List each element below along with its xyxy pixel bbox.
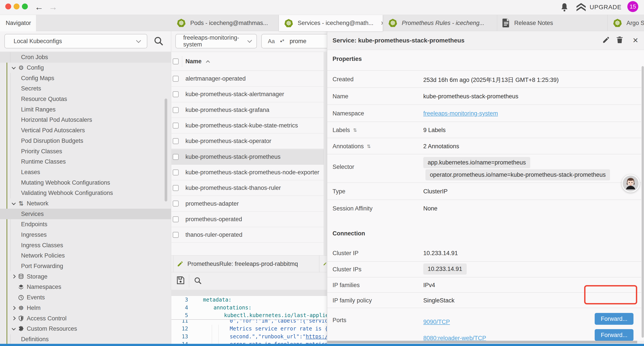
panel-horizontal-scrollbar[interactable] — [327, 341, 644, 343]
table-row[interactable]: alertmanager-operated — [172, 71, 327, 86]
select-all-checkbox[interactable] — [173, 58, 179, 64]
sidebar-group-helm[interactable]: ☸ Helm — [0, 303, 171, 313]
tab-prometheus-rules-preview[interactable]: Prometheus Rules - icecheng... — [383, 15, 497, 31]
user-avatar[interactable] — [622, 175, 640, 193]
edit-pencil-icon[interactable] — [602, 36, 611, 45]
sidebar-item-secrets[interactable]: Secrets — [0, 83, 171, 94]
traffic-light-minimize-button[interactable] — [14, 3, 20, 9]
notifications-bell-icon[interactable] — [560, 3, 568, 12]
row-checkbox[interactable] — [173, 107, 179, 113]
sidebar-item-namespaces[interactable]: Namespaces — [0, 282, 171, 292]
sidebar-item-horizontal-pod-autoscalers[interactable]: Horizontal Pod Autoscalers — [0, 115, 171, 125]
row-checkbox[interactable] — [173, 185, 179, 191]
upgrade-button[interactable]: UPGRADE — [576, 3, 622, 11]
property-row-annotations: Annotations⇅ 2 Annotations — [327, 138, 641, 154]
forward-button[interactable]: → — [49, 2, 58, 12]
list-search-box[interactable]: Aa ▪* — [261, 34, 327, 48]
tab-argo[interactable]: Argo Se — [608, 15, 644, 31]
row-checkbox[interactable] — [173, 138, 179, 144]
sidebar-group-network[interactable]: ⇅ Network — [0, 198, 171, 209]
sidebar-search-icon[interactable] — [154, 36, 164, 46]
table-row[interactable]: prometheus-operated — [172, 212, 327, 227]
table-row[interactable]: kube-prometheus-stack-grafana — [172, 102, 327, 118]
sort-toggle-icon[interactable]: ⇅ — [367, 144, 371, 149]
sidebar-item-definitions[interactable]: Definitions — [0, 334, 171, 345]
match-case-toggle[interactable]: Aa — [268, 38, 275, 45]
kubernetes-icon — [388, 18, 398, 27]
column-header-name[interactable]: Name — [186, 52, 209, 71]
kubeconfig-select[interactable]: Local Kubeconfigs — [4, 34, 147, 48]
sidebar-item-priority-classes[interactable]: Priority Classes — [0, 146, 171, 157]
sidebar-group-storage[interactable]: Storage — [0, 271, 171, 282]
traffic-light-close-button[interactable] — [5, 3, 11, 9]
sidebar-item-mutating-webhook-configurations[interactable]: Mutating Webhook Configurations — [0, 177, 171, 188]
namespace-select[interactable]: freeleaps-monitoring-system — [175, 34, 257, 48]
table-row[interactable]: kube-prometheus-stack-thanos-ruler — [172, 180, 327, 196]
sidebar-scrollbar[interactable] — [164, 98, 167, 201]
table-row[interactable]: kube-prometheus-stack-prometheus-node-ex… — [172, 165, 327, 180]
row-checkbox[interactable] — [173, 76, 179, 82]
sidebar-item-resource-quotas[interactable]: Resource Quotas — [0, 94, 171, 104]
row-checkbox[interactable] — [173, 232, 179, 238]
table-row[interactable]: kube-prometheus-stack-kube-state-metrics — [172, 118, 327, 133]
forward-button-8080[interactable]: Forward... — [595, 329, 634, 341]
panel-vertical-scrollbar[interactable] — [642, 66, 644, 338]
sidebar-group-custom-resources[interactable]: Custom Resources — [0, 324, 171, 334]
search-input[interactable] — [290, 38, 320, 45]
table-row[interactable]: kube-prometheus-stack-operator — [172, 133, 327, 149]
runbook-url-link[interactable]: https://netd — [306, 334, 327, 340]
sidebar-item-ingress-classes[interactable]: Ingress Classes — [0, 240, 171, 251]
save-button[interactable] — [176, 276, 185, 285]
sidebar-item-cron-jobs[interactable]: Cron Jobs — [0, 52, 171, 63]
dock-tab-prometheusrule[interactable]: PrometheusRule: freeleaps-prod-rabbitmq — [173, 256, 319, 272]
sidebar-item-ingresses[interactable]: Ingresses — [0, 230, 171, 240]
sort-ascending-icon — [206, 60, 210, 64]
sidebar-item-endpoints[interactable]: Endpoints — [0, 219, 171, 230]
tab-pods[interactable]: Pods - icecheng@mathmas... — [172, 15, 279, 31]
table-row-selected[interactable]: kube-prometheus-stack-prometheus — [172, 149, 327, 165]
sidebar-item-runtime-classes[interactable]: Runtime Classes — [0, 157, 171, 167]
dock-tab-bar: PrometheusRule: freeleaps-prod-rabbitmq — [172, 256, 327, 272]
namespace-link[interactable]: freeleaps-monitoring-system — [423, 110, 498, 117]
row-checkbox[interactable] — [173, 123, 179, 129]
sidebar-item-network-policies[interactable]: Network Policies — [0, 251, 171, 261]
yaml-editor[interactable]: 3metadata: 4annotations: 5kubectl.kubern… — [172, 296, 327, 346]
chevron-down-icon — [12, 201, 16, 205]
table-row[interactable]: prometheus-adapter — [172, 196, 327, 211]
row-checkbox[interactable] — [173, 169, 179, 175]
upgrade-chevrons-icon — [576, 3, 586, 11]
row-checkbox[interactable] — [173, 91, 179, 97]
tab-close-icon[interactable]: × — [381, 19, 383, 27]
tab-services-active[interactable]: Services - icecheng@math... × — [279, 15, 383, 31]
sidebar-item-events[interactable]: Events — [0, 292, 171, 303]
sidebar-item-vertical-pod-autoscalers[interactable]: Vertical Pod Autoscalers — [0, 125, 171, 136]
close-icon[interactable]: × — [631, 36, 640, 45]
dock-tab-partial[interactable] — [321, 256, 327, 272]
notification-count-badge[interactable]: 15 — [627, 1, 638, 12]
row-checkbox[interactable] — [173, 201, 179, 207]
table-vertical-scrollbar[interactable] — [324, 52, 327, 273]
sort-toggle-icon[interactable]: ⇅ — [353, 127, 357, 133]
row-checkbox[interactable] — [173, 154, 179, 160]
delete-trash-icon[interactable] — [616, 36, 624, 45]
port-link-9090[interactable]: 9090/TCP — [423, 319, 450, 326]
forward-button-9090[interactable]: Forward... — [595, 313, 634, 325]
sidebar-item-limit-ranges[interactable]: Limit Ranges — [0, 104, 171, 115]
regex-toggle[interactable]: ▪* — [280, 38, 284, 45]
tab-release-notes[interactable]: Release Notes — [497, 15, 608, 31]
traffic-light-zoom-button[interactable] — [22, 3, 28, 9]
sidebar-item-pod-disruption-budgets[interactable]: Pod Disruption Budgets — [0, 136, 171, 146]
sidebar-item-services[interactable]: Services — [0, 209, 171, 219]
row-checkbox[interactable] — [173, 216, 179, 222]
sidebar-item-port-forwarding[interactable]: Port Forwarding — [0, 261, 171, 272]
back-button[interactable]: ← — [35, 2, 44, 12]
sidebar-item-validating-webhook-configurations[interactable]: Validating Webhook Configurations — [0, 188, 171, 198]
sidebar-group-access-control[interactable]: Access Control — [0, 313, 171, 324]
navigator-panel-tab[interactable]: Navigator — [0, 15, 36, 31]
table-row[interactable]: kube-prometheus-stack-alertmanager — [172, 86, 327, 102]
sidebar-item-config-maps[interactable]: Config Maps — [0, 73, 171, 83]
table-row[interactable]: thanos-ruler-operated — [172, 227, 327, 243]
editor-search-icon[interactable] — [194, 277, 202, 285]
sidebar-item-leases[interactable]: Leases — [0, 167, 171, 178]
sidebar-group-config[interactable]: ⚙ Config — [0, 63, 171, 73]
